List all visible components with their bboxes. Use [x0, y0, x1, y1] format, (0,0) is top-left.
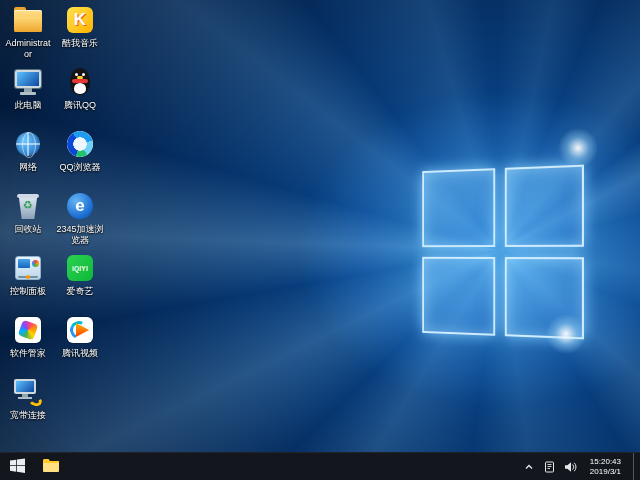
desktop-icon-label: 腾讯视频: [62, 348, 98, 359]
system-tray: 15:20:43 2019/3/1: [522, 453, 640, 480]
desktop-icon-label: QQ浏览器: [59, 162, 100, 173]
qq-browser-icon: [64, 128, 96, 160]
desktop-icon-this-pc[interactable]: 此电脑: [2, 66, 54, 128]
clock-date: 2019/3/1: [590, 467, 621, 477]
desktop-icon-tencent-qq[interactable]: 腾讯QQ: [54, 66, 106, 128]
desktop-icon-qq-browser[interactable]: QQ浏览器: [54, 128, 106, 190]
desktop-icon-iqiyi[interactable]: 爱奇艺: [54, 252, 106, 314]
taskbar: 15:20:43 2019/3/1: [0, 452, 640, 480]
desktop-icon-label: Administrator: [3, 38, 53, 60]
desktop-icon-software-manager[interactable]: 软件管家: [2, 314, 54, 376]
desktop-icon-label: 宽带连接: [10, 410, 46, 421]
desktop-icon-label: 回收站: [15, 224, 42, 235]
clock-time: 15:20:43: [590, 457, 621, 467]
recycle-bin-icon: [12, 190, 44, 222]
desktop-icon-label: 爱奇艺: [67, 286, 94, 297]
desktop-icon-administrator[interactable]: Administrator: [2, 4, 54, 66]
desktop-icon-label: 网络: [19, 162, 37, 173]
desktop-icon-kuwo-music[interactable]: 酷我音乐: [54, 4, 106, 66]
tencent-qq-icon: [64, 66, 96, 98]
windows-logo-icon: [10, 458, 25, 476]
kuwo-music-icon: [64, 4, 96, 36]
desktop-icon-grid: Administrator 此电脑 网络 回收站 控制面板 软件管家: [2, 4, 106, 438]
desktop-icon-label: 此电脑: [15, 100, 42, 111]
volume-icon[interactable]: [564, 459, 578, 475]
desktop-icon-label: 软件管家: [10, 348, 46, 359]
desktop-icon-label: 腾讯QQ: [64, 100, 96, 111]
desktop-icon-recycle-bin[interactable]: 回收站: [2, 190, 54, 252]
user-folder-icon: [12, 4, 44, 36]
taskbar-clock[interactable]: 15:20:43 2019/3/1: [585, 457, 626, 477]
desktop-icon-label: 酷我音乐: [62, 38, 98, 49]
start-button[interactable]: [0, 453, 34, 480]
desktop-icon-network[interactable]: 网络: [2, 128, 54, 190]
control-panel-icon: [12, 252, 44, 284]
show-desktop-button[interactable]: [633, 453, 638, 480]
desktop-icon-tencent-video[interactable]: 腾讯视频: [54, 314, 106, 376]
this-pc-icon: [12, 66, 44, 98]
chevron-up-icon[interactable]: [522, 459, 536, 475]
2345-browser-icon: [64, 190, 96, 222]
broadband-connection-icon: [12, 376, 44, 408]
desktop-icon-2345-browser[interactable]: 2345加速浏览器: [54, 190, 106, 252]
folder-icon: [43, 459, 59, 475]
desktop-icon-control-panel[interactable]: 控制面板: [2, 252, 54, 314]
desktop-icon-broadband[interactable]: 宽带连接: [2, 376, 54, 438]
software-manager-icon: [12, 314, 44, 346]
notes-icon[interactable]: [543, 459, 557, 475]
tencent-video-icon: [64, 314, 96, 346]
desktop-icon-label: 控制面板: [10, 286, 46, 297]
iqiyi-icon: [64, 252, 96, 284]
desktop-icon-label: 2345加速浏览器: [55, 224, 105, 246]
network-globe-icon: [12, 128, 44, 160]
file-explorer-button[interactable]: [34, 453, 68, 480]
